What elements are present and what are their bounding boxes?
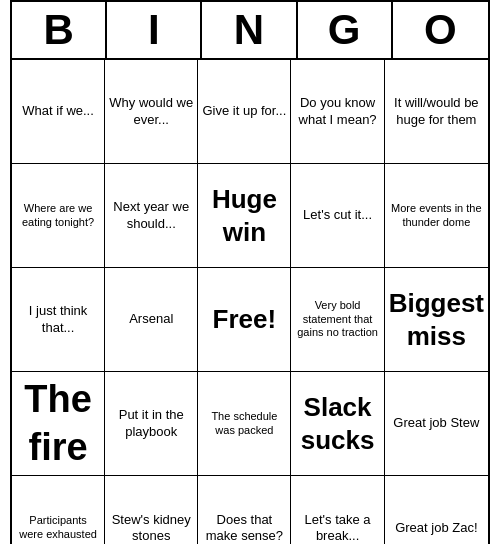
cell-text: Why would we ever...	[109, 95, 193, 128]
bingo-cell: Put it in the playbook	[105, 372, 198, 476]
bingo-cell: Does that make sense?	[198, 476, 291, 544]
cell-text: Slack sucks	[295, 391, 379, 456]
cell-text: Where are we eating tonight?	[16, 202, 100, 230]
bingo-cell: The schedule was packed	[198, 372, 291, 476]
cell-text: Give it up for...	[202, 103, 286, 119]
bingo-cell: Slack sucks	[291, 372, 384, 476]
cell-text: Stew's kidney stones	[109, 512, 193, 544]
bingo-cell: Why would we ever...	[105, 60, 198, 164]
bingo-cell: Next year we should...	[105, 164, 198, 268]
cell-text: Very bold statement that gains no tracti…	[295, 299, 379, 340]
cell-text: Biggest miss	[389, 287, 484, 352]
cell-text: Free!	[213, 303, 277, 336]
bingo-cell: Let's take a break...	[291, 476, 384, 544]
bingo-card: BINGO What if we...Why would we ever...G…	[10, 0, 490, 544]
bingo-cell: Biggest miss	[385, 268, 488, 372]
header-letter: I	[107, 2, 202, 58]
bingo-cell: Participants were exhausted	[12, 476, 105, 544]
cell-text: Next year we should...	[109, 199, 193, 232]
bingo-cell: Great job Zac!	[385, 476, 488, 544]
bingo-cell: Arsenal	[105, 268, 198, 372]
bingo-grid: What if we...Why would we ever...Give it…	[12, 60, 488, 544]
bingo-cell: It will/would be huge for them	[385, 60, 488, 164]
bingo-cell: Very bold statement that gains no tracti…	[291, 268, 384, 372]
bingo-cell: Where are we eating tonight?	[12, 164, 105, 268]
bingo-cell: Do you know what I mean?	[291, 60, 384, 164]
cell-text: More events in the thunder dome	[389, 202, 484, 230]
cell-text: The fire	[16, 376, 100, 471]
bingo-cell: Give it up for...	[198, 60, 291, 164]
bingo-cell: What if we...	[12, 60, 105, 164]
cell-text: Do you know what I mean?	[295, 95, 379, 128]
bingo-cell: Huge win	[198, 164, 291, 268]
bingo-cell: More events in the thunder dome	[385, 164, 488, 268]
cell-text: Great job Zac!	[395, 520, 477, 536]
bingo-cell: Free!	[198, 268, 291, 372]
cell-text: I just think that...	[16, 303, 100, 336]
cell-text: Great job Stew	[393, 415, 479, 431]
cell-text: Participants were exhausted	[16, 514, 100, 542]
bingo-cell: The fire	[12, 372, 105, 476]
cell-text: Huge win	[202, 183, 286, 248]
cell-text: Let's cut it...	[303, 207, 372, 223]
header-letter: N	[202, 2, 297, 58]
cell-text: What if we...	[22, 103, 94, 119]
cell-text: Arsenal	[129, 311, 173, 327]
cell-text: Put it in the playbook	[109, 407, 193, 440]
cell-text: Let's take a break...	[295, 512, 379, 544]
header-letter: O	[393, 2, 488, 58]
cell-text: Does that make sense?	[202, 512, 286, 544]
bingo-cell: I just think that...	[12, 268, 105, 372]
bingo-cell: Great job Stew	[385, 372, 488, 476]
header-letter: B	[12, 2, 107, 58]
cell-text: It will/would be huge for them	[389, 95, 484, 128]
header-letter: G	[298, 2, 393, 58]
bingo-cell: Stew's kidney stones	[105, 476, 198, 544]
bingo-cell: Let's cut it...	[291, 164, 384, 268]
bingo-header: BINGO	[12, 2, 488, 60]
cell-text: The schedule was packed	[202, 410, 286, 438]
